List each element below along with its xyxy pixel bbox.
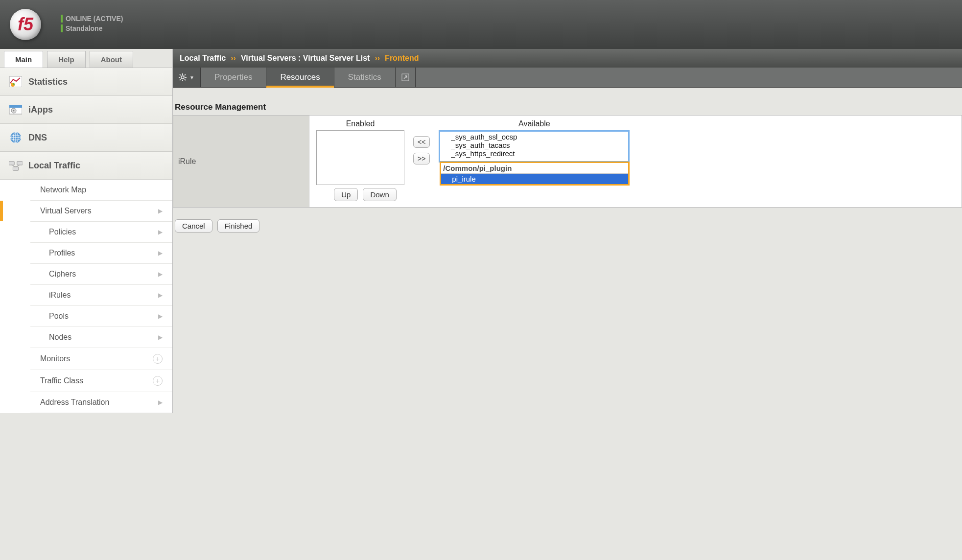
gear-menu[interactable]: ▼ [173,68,201,87]
breadcrumb-current: Frontend [385,54,419,63]
plus-circle-icon[interactable]: + [153,376,163,386]
svg-point-5 [13,110,15,112]
nav-iapps-label: iApps [28,105,53,115]
nav-item-label: Pools [49,312,69,321]
sub-tabs: ▼ Properties Resources Statistics [173,68,962,88]
move-right-button[interactable]: >> [413,153,430,164]
dropdown-caret-icon: ▼ [189,75,194,80]
plugin-item-selected[interactable]: pi_irule [441,174,628,184]
svg-rect-12 [17,162,23,165]
nav-item-monitors[interactable]: Monitors + [30,348,172,370]
chevron-right-icon: ▶ [158,271,163,278]
local-traffic-icon [9,159,23,172]
svg-line-24 [180,79,181,80]
nav-item-address-translation[interactable]: Address Translation ▶ [30,392,172,413]
nav-item-virtual-servers[interactable]: Virtual Servers ▶ [30,201,172,222]
svg-point-16 [181,76,184,79]
plugin-header[interactable]: /Common/pi_plugin [441,163,628,174]
nav-statistics[interactable]: Statistics [0,68,172,96]
breadcrumb-part[interactable]: Local Traffic [180,54,226,63]
enabled-listbox[interactable] [316,130,404,185]
tab-about[interactable]: About [90,51,133,68]
tab-help[interactable]: Help [47,51,86,68]
chevron-right-icon: ▶ [158,292,163,299]
tab-properties[interactable]: Properties [201,68,266,87]
svg-line-15 [16,165,20,167]
breadcrumb: Local Traffic ›› Virtual Servers : Virtu… [173,49,962,68]
nav-local-traffic-subtree: Network Map Virtual Servers ▶ Policies ▶… [0,180,172,413]
nav-local-traffic-label: Local Traffic [28,161,80,171]
iapps-icon [9,103,23,117]
svg-rect-3 [9,105,22,108]
popout-icon [401,73,409,81]
available-listbox[interactable]: _sys_auth_ssl_ocsp _sys_auth_tacacs _sys… [439,130,630,163]
nav-item-label: Policies [49,228,76,236]
app-header: f5 ONLINE (ACTIVE) Standalone [0,0,962,49]
tab-statistics[interactable]: Statistics [334,68,396,87]
chevron-right-icon: ▶ [158,399,163,406]
available-item[interactable]: _sys_https_redirect [440,149,628,158]
svg-rect-13 [13,167,18,170]
tab-main[interactable]: Main [4,51,43,68]
svg-rect-11 [9,162,14,165]
chevron-right-icon: ▶ [158,334,163,341]
nav-item-network-map[interactable]: Network Map [30,180,172,201]
sidebar: Main Help About Statistics [0,49,172,413]
nav-item-irules[interactable]: iRules ▶ [30,285,172,306]
header-status: ONLINE (ACTIVE) Standalone [61,15,123,34]
svg-line-22 [185,79,186,80]
nav-item-profiles[interactable]: Profiles ▶ [30,243,172,264]
nav-item-label: Nodes [49,333,71,342]
svg-line-21 [180,74,181,75]
f5-logo: f5 [10,9,41,40]
nav-item-label: Address Translation [40,398,109,407]
nav-item-policies[interactable]: Policies ▶ [30,222,172,243]
top-tabs: Main Help About [0,49,172,68]
main-content: Local Traffic ›› Virtual Servers : Virtu… [172,49,962,413]
chevron-right-icon: ▶ [158,313,163,320]
status-top: ONLINE (ACTIVE) [66,15,123,23]
statistics-icon [9,75,23,89]
up-button[interactable]: Up [334,188,358,201]
nav-item-pools[interactable]: Pools ▶ [30,306,172,327]
breadcrumb-separator: ›› [231,54,236,63]
move-left-button[interactable]: << [413,136,430,148]
chevron-right-icon: ▶ [158,229,163,235]
popout-button[interactable] [396,68,416,87]
breadcrumb-separator: ›› [375,54,380,63]
svg-line-23 [185,74,186,75]
available-item[interactable]: _sys_auth_ssl_ocsp [440,133,628,141]
chevron-right-icon: ▶ [158,208,163,214]
nav-local-traffic[interactable]: Local Traffic [0,152,172,180]
logo-text: f5 [18,14,33,35]
nav-item-traffic-class[interactable]: Traffic Class + [30,370,172,392]
nav-item-ciphers[interactable]: Ciphers ▶ [30,264,172,285]
status-indicator-icon [61,15,63,23]
nav-item-label: Ciphers [49,270,76,279]
status-bottom: Standalone [66,24,102,32]
enabled-label: Enabled [346,119,375,128]
nav-item-label: iRules [49,291,70,300]
breadcrumb-part[interactable]: Virtual Servers : Virtual Server List [241,54,370,63]
nav-item-label: Network Map [40,186,86,194]
gear-icon [179,73,187,81]
available-item[interactable]: _sys_auth_tacacs [440,141,628,149]
nav-item-label: Virtual Servers [40,207,92,215]
section-title: Resource Management [173,88,962,115]
resource-table: iRule Enabled Up Down << >> [173,115,962,208]
nav-dns-label: DNS [28,133,47,143]
nav-item-label: Profiles [49,249,75,257]
nav-item-nodes[interactable]: Nodes ▶ [30,327,172,348]
plus-circle-icon[interactable]: + [153,354,163,364]
row-label: iRule [173,116,309,207]
down-button[interactable]: Down [363,188,396,201]
nav-iapps[interactable]: iApps [0,96,172,124]
nav-item-label: Monitors [40,354,70,363]
dns-icon [9,131,23,144]
nav-dns[interactable]: DNS [0,124,172,152]
finished-button[interactable]: Finished [217,219,260,233]
nav-statistics-label: Statistics [28,77,68,87]
available-label: Available [518,119,550,128]
cancel-button[interactable]: Cancel [175,219,212,233]
tab-resources[interactable]: Resources [266,68,334,87]
